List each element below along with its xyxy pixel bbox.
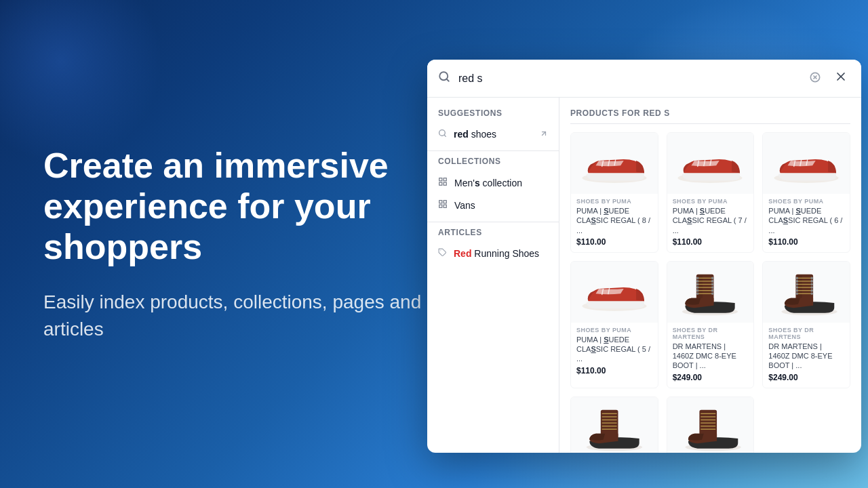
product-card-6[interactable]: SHOES BY DR MARTENS DR MARTENS | 1460Z D… — [762, 261, 850, 388]
svg-point-68 — [796, 283, 799, 286]
svg-line-9 — [542, 132, 546, 136]
dropdown-content: Suggestions red shoes — [427, 98, 861, 453]
collection-grid-icon — [438, 177, 448, 188]
svg-line-1 — [446, 79, 448, 81]
articles-section-title: Articles — [427, 228, 559, 243]
product-card-4[interactable]: SHOES BY PUMA PUMA | SUEDE CLASSIC REGAL… — [570, 261, 658, 388]
svg-rect-16 — [439, 205, 442, 207]
divider-2 — [427, 222, 559, 222]
svg-point-44 — [711, 277, 714, 280]
product-price-1: $110.00 — [576, 237, 652, 247]
product-name-5: DR MARTENS | 1460Z DMC 8-EYE BOOT | ... — [673, 342, 749, 371]
product-image-8 — [667, 397, 754, 453]
svg-point-67 — [811, 280, 814, 283]
product-card-1[interactable]: SHOES BY PUMA PUMA | SUEDE CLASSIC REGAL… — [570, 132, 658, 253]
search-modal: Suggestions red shoes — [427, 60, 861, 453]
suggestion-text-red-shoes: red shoes — [454, 129, 496, 140]
collections-section-title: Collections — [427, 157, 559, 171]
product-info-6: SHOES BY DR MARTENS DR MARTENS | 1460Z D… — [763, 323, 850, 388]
search-close-button[interactable] — [831, 67, 850, 89]
product-brand-2: SHOES BY PUMA — [673, 198, 749, 205]
collection-item-vans[interactable]: Vans — [427, 194, 559, 216]
product-card-3[interactable]: SHOES BY PUMA PUMA | SUEDE CLASSIC REGAL… — [762, 132, 850, 253]
product-price-5: $249.00 — [673, 373, 749, 382]
main-headline: Create an immersive experience for your … — [43, 146, 423, 267]
svg-point-69 — [811, 283, 814, 286]
product-image-6 — [763, 262, 850, 323]
svg-line-8 — [444, 135, 446, 136]
product-info-4: SHOES BY PUMA PUMA | SUEDE CLASSIC REGAL… — [571, 323, 658, 381]
product-price-3: $110.00 — [768, 237, 844, 247]
svg-point-54 — [711, 293, 714, 296]
suggestion-search-icon — [438, 129, 447, 140]
article-red-running-shoes-text: Red Running Shoes — [454, 248, 539, 259]
search-bar — [427, 60, 861, 98]
collection-item-mens[interactable]: Men's collection — [427, 171, 559, 194]
product-card-2[interactable]: SHOES BY PUMA PUMA | SUEDE CLASSIC REGAL… — [667, 132, 755, 253]
sub-text: Easily index products, collections, page… — [43, 289, 423, 342]
svg-point-74 — [796, 293, 799, 296]
product-info-1: SHOES BY PUMA PUMA | SUEDE CLASSIC REGAL… — [571, 194, 658, 252]
svg-rect-14 — [439, 201, 442, 203]
svg-point-46 — [711, 280, 714, 283]
search-clear-button[interactable] — [807, 69, 823, 88]
product-image-1 — [571, 133, 658, 194]
svg-point-51 — [696, 289, 699, 292]
product-image-2 — [667, 133, 754, 194]
svg-point-43 — [696, 277, 699, 280]
product-name-4: PUMA | SUEDE CLASSIC REGAL ( 5 / ... — [576, 335, 652, 364]
product-brand-6: SHOES BY DR MARTENS — [768, 327, 844, 340]
product-info-3: SHOES BY PUMA PUMA | SUEDE CLASSIC REGAL… — [763, 194, 850, 252]
search-icon — [438, 70, 450, 86]
svg-point-70 — [796, 287, 799, 289]
products-panel: Products for red s — [559, 98, 861, 453]
collection-mens-text: Men's collection — [454, 178, 522, 188]
product-card-8[interactable]: SHOES BY DR MARTENS DR MARTENS | 1460Z D… — [667, 396, 755, 453]
collection-grid-icon-2 — [438, 199, 448, 211]
products-grid: SHOES BY PUMA PUMA | SUEDE CLASSIC REGAL… — [570, 132, 850, 453]
product-info-2: SHOES BY PUMA PUMA | SUEDE CLASSIC REGAL… — [667, 194, 754, 252]
svg-rect-15 — [443, 201, 446, 203]
product-brand-3: SHOES BY PUMA — [768, 198, 844, 205]
svg-rect-12 — [439, 182, 442, 185]
divider-1 — [427, 150, 559, 151]
product-name-6: DR MARTENS | 1460Z DMC 8-EYE BOOT | ... — [768, 342, 844, 371]
svg-point-52 — [711, 289, 714, 292]
article-item-red-shoes[interactable]: Red Running Shoes — [427, 243, 559, 264]
product-price-4: $110.00 — [576, 366, 652, 375]
product-info-5: SHOES BY DR MARTENS DR MARTENS | 1460Z D… — [667, 323, 754, 388]
svg-point-75 — [811, 293, 814, 296]
search-input[interactable] — [458, 73, 807, 85]
product-brand-4: SHOES BY PUMA — [576, 327, 652, 333]
svg-rect-13 — [443, 182, 446, 185]
svg-point-71 — [811, 287, 814, 289]
product-image-5 — [667, 262, 754, 323]
svg-rect-10 — [439, 178, 442, 181]
svg-point-73 — [811, 289, 814, 292]
svg-point-45 — [696, 280, 699, 283]
product-card-7[interactable]: SHOES BY DR MARTENS DR MARTENS | 1460Z D… — [570, 396, 658, 453]
left-content-area: Create an immersive experience for your … — [43, 146, 423, 342]
bg-blob-1 — [0, 0, 163, 163]
suggestion-item-red-shoes[interactable]: red shoes — [427, 123, 559, 145]
suggestion-arrow-icon — [540, 129, 548, 140]
svg-point-47 — [696, 283, 699, 286]
svg-rect-17 — [443, 205, 446, 207]
products-header: Products for red s — [570, 108, 850, 124]
svg-point-66 — [796, 280, 799, 283]
svg-point-49 — [696, 287, 699, 289]
svg-point-65 — [811, 277, 814, 280]
svg-point-64 — [796, 277, 799, 280]
article-tag-icon — [438, 248, 447, 259]
product-card-5[interactable]: SHOES BY DR MARTENS DR MARTENS | 1460Z D… — [667, 261, 755, 388]
product-image-7 — [571, 397, 658, 453]
product-price-6: $249.00 — [768, 373, 844, 382]
product-price-2: $110.00 — [673, 237, 749, 247]
product-brand-5: SHOES BY DR MARTENS — [673, 327, 749, 340]
svg-point-72 — [796, 289, 799, 292]
product-name-2: PUMA | SUEDE CLASSIC REGAL ( 7 / ... — [673, 206, 749, 235]
product-name-1: PUMA | SUEDE CLASSIC REGAL ( 8 / ... — [576, 206, 652, 235]
suggestions-section-title: Suggestions — [427, 108, 559, 123]
product-brand-1: SHOES BY PUMA — [576, 198, 652, 205]
svg-point-53 — [696, 293, 699, 296]
